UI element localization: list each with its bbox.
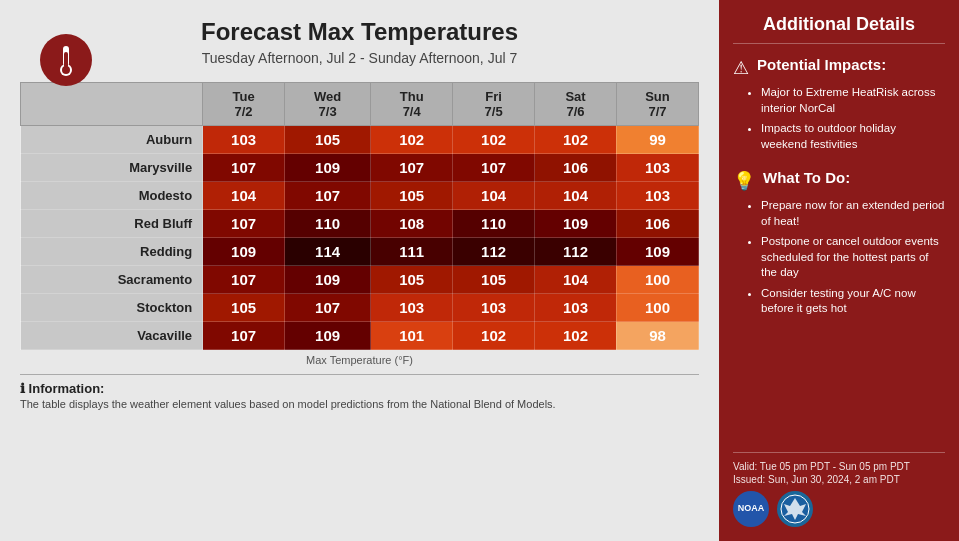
- temp-cell: 107: [285, 182, 371, 210]
- warning-icon: ⚠: [733, 57, 749, 79]
- table-row: Marysville107109107107106103: [21, 154, 699, 182]
- temperature-table: Tue7/2 Wed7/3 Thu7/4 Fri7/5 Sat7/6 Sun7/…: [20, 82, 699, 350]
- footer-area: Valid: Tue 05 pm PDT - Sun 05 pm PDT Iss…: [733, 452, 945, 527]
- noaa-logo: NOAA: [733, 491, 769, 527]
- header-area: Forecast Max Temperatures Tuesday Aftern…: [20, 18, 699, 66]
- temp-cell: 107: [203, 266, 285, 294]
- thermometer-icon: [40, 34, 92, 86]
- col-fri: Fri7/5: [453, 83, 535, 126]
- temp-cell: 108: [371, 210, 453, 238]
- info-text: The table displays the weather element v…: [20, 398, 699, 410]
- temp-cell: 109: [616, 238, 698, 266]
- todo-item-1: Prepare now for an extended period of he…: [761, 198, 945, 229]
- potential-impacts-title: Potential Impacts:: [757, 56, 886, 73]
- temp-cell: 112: [453, 238, 535, 266]
- city-name: Red Bluff: [21, 210, 203, 238]
- sidebar-title: Additional Details: [733, 14, 945, 44]
- city-name: Modesto: [21, 182, 203, 210]
- info-title: ℹ Information:: [20, 381, 699, 396]
- svg-rect-2: [64, 52, 68, 68]
- temp-cell: 111: [371, 238, 453, 266]
- temp-cell: 102: [535, 126, 617, 154]
- city-name: Vacaville: [21, 322, 203, 350]
- temp-cell: 104: [203, 182, 285, 210]
- city-name: Stockton: [21, 294, 203, 322]
- temp-cell: 103: [203, 126, 285, 154]
- temp-cell: 107: [203, 322, 285, 350]
- temp-cell: 103: [616, 154, 698, 182]
- temp-cell: 114: [285, 238, 371, 266]
- temp-cell: 105: [371, 266, 453, 294]
- temp-cell: 102: [453, 126, 535, 154]
- todo-item-2: Postpone or cancel outdoor events schedu…: [761, 234, 945, 281]
- temp-cell: 107: [203, 210, 285, 238]
- temp-cell: 100: [616, 294, 698, 322]
- temp-cell: 103: [535, 294, 617, 322]
- temp-cell: 103: [616, 182, 698, 210]
- issued-text: Issued: Sun, Jun 30, 2024, 2 am PDT: [733, 474, 945, 485]
- temp-cell: 107: [371, 154, 453, 182]
- temp-cell: 100: [616, 266, 698, 294]
- temp-cell: 107: [285, 294, 371, 322]
- valid-text: Valid: Tue 05 pm PDT - Sun 05 pm PDT: [733, 461, 945, 472]
- what-to-do-title: What To Do:: [763, 169, 850, 186]
- temp-cell: 110: [285, 210, 371, 238]
- col-sat: Sat7/6: [535, 83, 617, 126]
- col-wed: Wed7/3: [285, 83, 371, 126]
- temp-cell: 102: [535, 322, 617, 350]
- temp-cell: 101: [371, 322, 453, 350]
- svg-point-3: [62, 66, 70, 74]
- todo-item-3: Consider testing your A/C now before it …: [761, 286, 945, 317]
- temp-cell: 109: [285, 154, 371, 182]
- impact-item-2: Impacts to outdoor holiday weekend festi…: [761, 121, 945, 152]
- temp-cell: 109: [285, 322, 371, 350]
- temp-cell: 104: [453, 182, 535, 210]
- table-row: Modesto104107105104104103: [21, 182, 699, 210]
- temp-cell: 112: [535, 238, 617, 266]
- potential-impacts-header: ⚠ Potential Impacts:: [733, 56, 945, 79]
- table-row: Vacaville10710910110210298: [21, 322, 699, 350]
- right-panel: Additional Details ⚠ Potential Impacts: …: [719, 0, 959, 541]
- temp-cell: 102: [453, 322, 535, 350]
- temp-cell: 102: [371, 126, 453, 154]
- table-row: Auburn10310510210210299: [21, 126, 699, 154]
- what-to-do-list: Prepare now for an extended period of he…: [733, 198, 945, 322]
- logos-area: NOAA: [733, 491, 945, 527]
- temp-cell: 107: [453, 154, 535, 182]
- city-name: Redding: [21, 238, 203, 266]
- lightbulb-icon: 💡: [733, 170, 755, 192]
- temp-cell: 110: [453, 210, 535, 238]
- main-subtitle: Tuesday Afternoon, Jul 2 - Sunday Aftern…: [20, 50, 699, 66]
- table-header-row: Tue7/2 Wed7/3 Thu7/4 Fri7/5 Sat7/6 Sun7/…: [21, 83, 699, 126]
- what-to-do-header: 💡 What To Do:: [733, 169, 945, 192]
- info-section: ℹ Information: The table displays the we…: [20, 374, 699, 410]
- temp-cell: 109: [203, 238, 285, 266]
- temp-cell: 103: [453, 294, 535, 322]
- potential-impacts-list: Major to Extreme HeatRisk across interio…: [733, 85, 945, 157]
- city-name: Marysville: [21, 154, 203, 182]
- temp-cell: 105: [285, 126, 371, 154]
- table-row: Sacramento107109105105104100: [21, 266, 699, 294]
- temp-cell: 104: [535, 182, 617, 210]
- main-panel: Forecast Max Temperatures Tuesday Aftern…: [0, 0, 719, 541]
- col-sun: Sun7/7: [616, 83, 698, 126]
- temp-cell: 109: [535, 210, 617, 238]
- city-header: [21, 83, 203, 126]
- table-row: Red Bluff107110108110109106: [21, 210, 699, 238]
- table-row: Redding109114111112112109: [21, 238, 699, 266]
- col-tue: Tue7/2: [203, 83, 285, 126]
- temp-cell: 105: [203, 294, 285, 322]
- nws-logo: [777, 491, 813, 527]
- temp-cell: 106: [616, 210, 698, 238]
- table-row: Stockton105107103103103100: [21, 294, 699, 322]
- city-name: Sacramento: [21, 266, 203, 294]
- unit-label: Max Temperature (°F): [306, 354, 413, 366]
- temp-cell: 104: [535, 266, 617, 294]
- temp-cell: 107: [203, 154, 285, 182]
- col-thu: Thu7/4: [371, 83, 453, 126]
- temp-cell: 99: [616, 126, 698, 154]
- city-name: Auburn: [21, 126, 203, 154]
- temp-cell: 105: [453, 266, 535, 294]
- temp-cell: 105: [371, 182, 453, 210]
- temp-cell: 98: [616, 322, 698, 350]
